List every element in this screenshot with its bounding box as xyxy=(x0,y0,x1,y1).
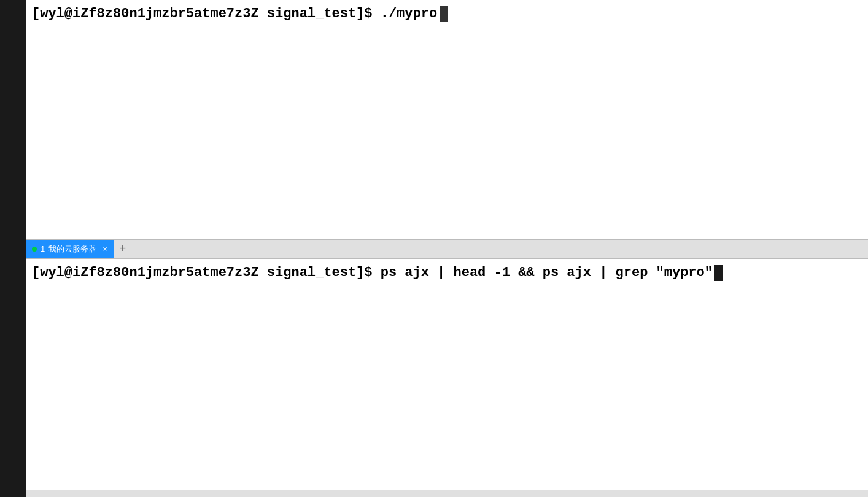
bottom-cursor xyxy=(714,265,723,281)
terminal-container: [wyl@iZf8z80n1jmzbr5atme7z3Z signal_test… xyxy=(26,0,868,497)
tab-dot-1 xyxy=(32,247,37,252)
bottom-pane-line: [wyl@iZf8z80n1jmzbr5atme7z3Z signal_test… xyxy=(32,264,862,283)
top-cursor xyxy=(440,6,448,22)
tab-number-1: 1 xyxy=(41,244,45,253)
terminal-wrapper: [wyl@iZf8z80n1jmzbr5atme7z3Z signal_test… xyxy=(0,0,868,497)
top-pane: [wyl@iZf8z80n1jmzbr5atme7z3Z signal_test… xyxy=(26,0,868,239)
top-prompt-text: [wyl@iZf8z80n1jmzbr5atme7z3Z signal_test… xyxy=(32,5,437,24)
bottom-scrollbar[interactable] xyxy=(26,490,868,497)
top-pane-line: [wyl@iZf8z80n1jmzbr5atme7z3Z signal_test… xyxy=(32,5,862,24)
main-area: [wyl@iZf8z80n1jmzbr5atme7z3Z signal_test… xyxy=(0,0,868,497)
bottom-pane: [wyl@iZf8z80n1jmzbr5atme7z3Z signal_test… xyxy=(26,259,868,498)
tab-bar: 1 我的云服务器 × + xyxy=(26,239,868,259)
tab-add-button[interactable]: + xyxy=(114,240,132,258)
tab-close-1[interactable]: × xyxy=(103,244,107,253)
tab-label-1: 我的云服务器 xyxy=(48,244,96,255)
bottom-prompt-text: [wyl@iZf8z80n1jmzbr5atme7z3Z signal_test… xyxy=(32,264,713,283)
tab-item-1[interactable]: 1 我的云服务器 × xyxy=(26,240,114,258)
left-sidebar xyxy=(0,0,26,497)
